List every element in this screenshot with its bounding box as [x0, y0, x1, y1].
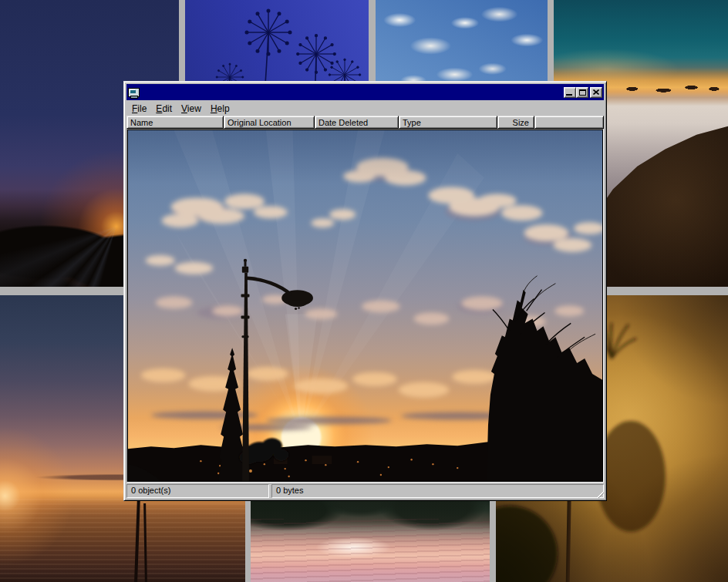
- recycle-bin-window: File Edit View Help Name Original Locati…: [123, 81, 607, 501]
- column-header-original-location[interactable]: Original Location: [224, 116, 315, 129]
- water-glimmer: [0, 499, 245, 582]
- window-controls: [564, 87, 602, 98]
- column-header-type[interactable]: Type: [399, 116, 497, 129]
- close-icon: [593, 89, 599, 95]
- column-header-filler: [534, 116, 604, 129]
- minimize-button[interactable]: [564, 87, 576, 98]
- column-header-date-deleted[interactable]: Date Deleted: [315, 116, 399, 129]
- close-button[interactable]: [590, 87, 602, 98]
- water-ripples: [251, 519, 490, 582]
- titlebar[interactable]: [126, 84, 604, 100]
- minimize-icon: [566, 94, 572, 96]
- maximize-button[interactable]: [576, 87, 588, 98]
- menu-bar: File Edit View Help: [126, 100, 604, 116]
- sunset-lamp-photo: [128, 130, 602, 481]
- maximize-icon: [579, 89, 586, 96]
- menu-file[interactable]: File: [127, 103, 151, 115]
- status-total-size: 0 bytes: [271, 484, 604, 498]
- file-list-area[interactable]: [126, 129, 604, 483]
- status-object-count: 0 object(s): [126, 484, 269, 498]
- menu-edit[interactable]: Edit: [151, 103, 177, 115]
- status-bar: 0 object(s) 0 bytes: [126, 483, 604, 498]
- menu-help[interactable]: Help: [206, 103, 234, 115]
- computer-icon: [128, 88, 140, 97]
- desktop[interactable]: { "window": { "title": "" }, "icons": { …: [0, 0, 728, 582]
- column-header-size[interactable]: Size: [497, 116, 534, 129]
- menu-view[interactable]: View: [177, 103, 206, 115]
- column-header-name[interactable]: Name: [126, 116, 224, 129]
- column-headers: Name Original Location Date Deleted Type…: [126, 116, 604, 129]
